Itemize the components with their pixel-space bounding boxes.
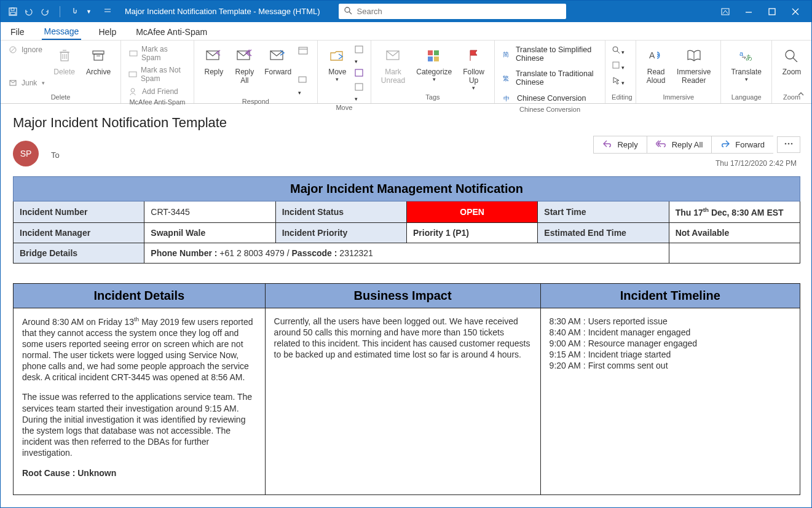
ribbon-group-mcafee: Mark as Spam Mark as Not Spam Add Friend…	[121, 41, 194, 103]
qat-customize-icon[interactable]	[103, 7, 112, 17]
close-icon[interactable]	[790, 7, 800, 17]
svg-rect-7	[722, 9, 729, 15]
ribbon-display-icon[interactable]	[720, 7, 730, 17]
svg-point-57	[791, 143, 793, 145]
svg-point-28	[131, 88, 135, 92]
ignore-button[interactable]: Ignore	[7, 44, 46, 55]
forward-action[interactable]: Forward	[711, 136, 773, 154]
to-field: To	[51, 150, 60, 160]
chinese-conversion-button[interactable]: 中Chinese Conversion	[501, 92, 599, 104]
group-label: Language	[727, 92, 765, 102]
timeline-item: 9:00 AM : Resource manager engaged	[550, 338, 791, 349]
minimize-icon[interactable]	[744, 7, 754, 17]
junk-button[interactable]: Junk▾	[7, 77, 46, 88]
follow-up-icon	[464, 45, 484, 65]
group-label: McAfee Anti-Spam	[127, 97, 187, 107]
svg-rect-24	[94, 54, 103, 60]
timeline-cell: 8:30 AM : Users reported issue8:40 AM : …	[540, 308, 800, 494]
related-icon[interactable]: ▾	[612, 61, 625, 71]
start-time: Thu 17th Dec, 8:30 AM EST	[669, 201, 800, 223]
follow-up-button[interactable]: Follow Up▾	[459, 43, 488, 92]
svg-line-13	[10, 47, 15, 52]
search-box[interactable]	[339, 4, 566, 19]
more-actions[interactable]	[777, 136, 800, 153]
action-buttons: Reply Reply All Forward	[593, 136, 800, 154]
search-icon	[344, 6, 352, 17]
group-label: Respond	[200, 96, 311, 106]
menu-message[interactable]: Message	[42, 23, 82, 40]
end-time: Not Available	[669, 222, 800, 243]
find-icon[interactable]: ▾	[612, 45, 625, 56]
menu-mcafee[interactable]: McAfee Anti-Spam	[133, 23, 210, 39]
add-friend-icon	[128, 87, 138, 96]
translate-button[interactable]: aあTranslate▾	[727, 43, 765, 84]
mark-unread-icon	[384, 45, 403, 65]
mark-unread-button[interactable]: Mark Unread	[377, 43, 409, 86]
immersive-reader-icon	[684, 45, 704, 65]
categorize-button[interactable]: Categorize▾	[412, 43, 455, 84]
maximize-icon[interactable]	[767, 7, 777, 17]
redo-icon[interactable]	[40, 7, 50, 17]
svg-rect-37	[355, 84, 363, 90]
impact-header: Business Impact	[265, 283, 540, 308]
incident-detail-table: Incident Details Business Impact Inciden…	[13, 283, 800, 495]
ribbon: Ignore Junk▾ Delete Archive Delete Mark …	[1, 41, 811, 104]
svg-rect-32	[299, 47, 307, 54]
menu-help[interactable]: Help	[96, 23, 119, 39]
undo-icon[interactable]	[24, 7, 34, 17]
mark-not-spam-button[interactable]: Mark as Not Spam	[127, 65, 187, 84]
reply-action[interactable]: Reply	[593, 136, 646, 154]
group-label: Editing	[612, 92, 629, 102]
read-aloud-button[interactable]: ARead Aloud	[642, 43, 669, 86]
translate-traditional-button[interactable]: 繁Translate to Traditional Chinese	[501, 68, 599, 88]
email-subject: Major Incident Notification Template	[13, 115, 800, 131]
translate-simplified-button[interactable]: 简Translate to Simplified Chinese	[501, 44, 599, 64]
reply-all-button[interactable]: Reply All	[231, 43, 258, 86]
ribbon-collapse-icon[interactable]	[797, 90, 806, 100]
menubar: File Message Help McAfee Anti-Spam	[1, 22, 811, 41]
meeting-icon[interactable]	[298, 45, 311, 57]
add-friend-button[interactable]: Add Friend	[127, 86, 187, 97]
reply-button[interactable]: Reply	[200, 43, 227, 77]
immersive-reader-button[interactable]: Immersive Reader	[673, 43, 714, 86]
svg-rect-35	[355, 46, 363, 53]
archive-button[interactable]: Archive	[82, 43, 114, 77]
zoom-button[interactable]: Zoom	[778, 43, 805, 77]
forward-icon	[268, 45, 288, 65]
delete-button[interactable]: Delete	[50, 43, 79, 77]
more-respond-icon[interactable]: ▾	[298, 76, 311, 96]
incident-status: OPEN	[406, 201, 537, 223]
ribbon-group-language: aあTranslate▾ Language	[721, 41, 772, 103]
incident-status-label: Incident Status	[275, 201, 406, 223]
svg-text:a: a	[739, 50, 744, 57]
mark-spam-icon	[128, 49, 138, 58]
timeline-item: 8:40 AM : Incident manager engaged	[550, 327, 791, 338]
email-header: SP To Reply Reply All Forward Thu 17/12/…	[1, 135, 811, 166]
ribbon-group-respond: Reply Reply All Forward ▾ Respond	[194, 41, 318, 103]
svg-rect-48	[613, 62, 619, 68]
select-icon[interactable]: ▾	[612, 76, 625, 87]
rules-icon[interactable]: ▾	[355, 45, 365, 65]
subject-area: Major Incident Notification Template	[1, 104, 811, 135]
reply-icon	[602, 139, 612, 150]
timeline-item: 8:30 AM : Users reported issue	[550, 316, 791, 327]
email-body: Major Incident Management Notification I…	[1, 166, 811, 508]
svg-rect-42	[434, 57, 439, 61]
categorize-icon	[424, 45, 444, 65]
move-button[interactable]: Move▾	[324, 43, 351, 84]
svg-rect-40	[434, 50, 439, 55]
actions-icon[interactable]: ▾	[355, 83, 365, 103]
delete-icon	[55, 45, 74, 65]
onenote-icon[interactable]	[355, 69, 365, 79]
forward-button[interactable]: Forward	[262, 43, 294, 77]
reply-icon	[204, 45, 224, 65]
touch-mode-icon[interactable]	[70, 7, 80, 17]
reply-all-action[interactable]: Reply All	[647, 136, 712, 154]
menu-file[interactable]: File	[8, 23, 27, 39]
incident-priority: Priority 1 (P1)	[406, 222, 537, 243]
search-input[interactable]	[357, 7, 561, 16]
save-icon[interactable]	[8, 7, 18, 17]
svg-text:あ: あ	[746, 53, 752, 61]
bridge-empty	[669, 243, 800, 263]
mark-spam-button[interactable]: Mark as Spam	[127, 44, 187, 63]
